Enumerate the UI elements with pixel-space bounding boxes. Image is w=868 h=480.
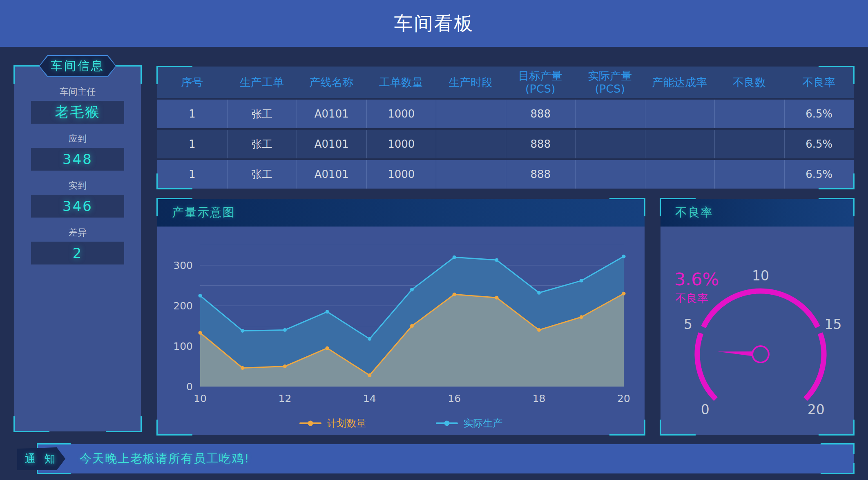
x-axis-label: 16: [448, 393, 461, 404]
chart-legend: 计划数量实际生产: [157, 417, 645, 430]
sidebar-item-value: 老毛猴: [55, 103, 100, 122]
table-cell: 1: [157, 130, 227, 158]
table-header-cell: 工单数量: [366, 76, 436, 89]
chart-marker: [368, 337, 371, 341]
corner-bracket: [13, 416, 49, 432]
sidebar-item-label: 车间主任: [14, 87, 141, 97]
table-cell: 888: [506, 160, 576, 189]
gauge-tick-label: 10: [752, 268, 769, 284]
table-row: 1张工A010110008886.5%: [157, 160, 854, 189]
table-cell: [645, 130, 715, 158]
table-header-cell: 产线名称: [297, 76, 366, 89]
table-cell: [436, 130, 506, 158]
chart-title: 产量示意图: [172, 204, 235, 221]
table-cell: 1: [157, 100, 227, 128]
chart-marker: [580, 279, 583, 282]
table-cell: A0101: [297, 130, 366, 158]
legend-label: 计划数量: [327, 417, 366, 430]
chart-marker: [537, 328, 541, 332]
production-table: 序号生产工单产线名称工单数量生产时段目标产量 (PCS)实际产量 (PCS)产能…: [157, 67, 854, 189]
workshop-info-badge-inner: 车间信息: [40, 56, 116, 76]
sidebar-item-value: 2: [73, 245, 83, 261]
chart-titlebar: 产量示意图: [157, 199, 645, 227]
legend-swatch: [299, 422, 321, 424]
table-header-cell: 序号: [157, 76, 227, 89]
production-table-panel: 序号生产工单产线名称工单数量生产时段目标产量 (PCS)实际产量 (PCS)产能…: [157, 67, 854, 189]
chart-marker: [326, 346, 329, 350]
chart-marker: [622, 255, 626, 258]
workshop-info-panel: 车间信息 车间主任老毛猴应到348实到346差异2: [14, 65, 141, 431]
chart-marker: [495, 296, 498, 300]
gauge-title: 不良率: [675, 204, 713, 221]
gauge-arc: [697, 333, 716, 399]
legend-label: 实际生产: [464, 417, 503, 430]
sidebar-item: 车间主任老毛猴: [14, 87, 141, 124]
table-cell: 1000: [366, 100, 436, 128]
gauge-body: 3.6% 不良率 05101520: [660, 227, 854, 435]
sidebar-item: 实到346: [14, 180, 141, 218]
table-cell: 888: [506, 130, 576, 158]
gauge-hub: [752, 346, 769, 362]
gauge-titlebar: 不良率: [660, 199, 854, 227]
table-cell: A0101: [297, 100, 366, 128]
table-header-row: 序号生产工单产线名称工单数量生产时段目标产量 (PCS)实际产量 (PCS)产能…: [157, 67, 854, 98]
corner-bracket: [821, 463, 855, 474]
output-line-chart: 1012141618200100200300: [157, 227, 645, 435]
workshop-dashboard: 车间看板 车间信息 车间主任老毛猴应到348实到346差异2 序号生产工单产线名…: [0, 0, 868, 480]
chart-marker: [453, 293, 456, 296]
chart-marker: [410, 288, 414, 291]
notice-bar: 通 知 今天晚上老板请所有员工吃鸡!: [38, 444, 854, 473]
legend-swatch: [436, 422, 458, 424]
sidebar-item-label: 差异: [14, 227, 141, 238]
legend-marker-dot: [444, 421, 449, 426]
sidebar-item: 应到348: [14, 133, 141, 171]
table-cell: 张工: [227, 160, 297, 189]
chart-marker: [410, 324, 414, 328]
table-cell: [714, 160, 784, 189]
sidebar-value-box: 老毛猴: [31, 101, 124, 124]
workshop-info-badge: 车间信息: [39, 55, 116, 77]
gauge-arc: [703, 291, 818, 327]
y-axis-label: 100: [173, 340, 193, 352]
sidebar-value-box: 346: [31, 195, 124, 218]
sidebar-value-box: 2: [31, 242, 124, 264]
sidebar-value-box: 348: [31, 148, 124, 171]
table-header-cell: 生产工单: [227, 76, 297, 89]
chart-marker: [368, 373, 371, 377]
table-cell: 张工: [227, 100, 297, 128]
chart-marker: [241, 329, 244, 333]
app-header: 车间看板: [0, 0, 868, 47]
table-cell: [645, 160, 715, 189]
x-axis-label: 12: [278, 393, 291, 404]
table-cell: [575, 160, 645, 189]
sidebar-item: 差异2: [14, 227, 141, 264]
sidebar-item-label: 应到: [14, 133, 141, 144]
sidebar-items: 车间主任老毛猴应到348实到346差异2: [14, 66, 141, 264]
sidebar-item-label: 实到: [14, 180, 141, 191]
y-axis-label: 300: [173, 260, 193, 271]
chart-marker: [283, 328, 287, 332]
output-chart-panel: 产量示意图 1012141618200100200300 计划数量实际生产: [157, 199, 645, 435]
table-cell: [714, 130, 784, 158]
chart-marker: [283, 364, 287, 368]
table-row: 1张工A010110008886.5%: [157, 130, 854, 158]
table-cell: 1000: [366, 130, 436, 158]
table-cell: 1: [157, 160, 227, 189]
chart-marker: [199, 331, 202, 335]
page-title: 车间看板: [394, 11, 474, 36]
table-cell: [436, 160, 506, 189]
table-cell: 6.5%: [784, 100, 854, 128]
corner-bracket: [106, 416, 142, 432]
notice-badge-label: 通 知: [25, 451, 58, 466]
x-axis-label: 20: [617, 393, 630, 404]
table-header-cell: 生产时段: [436, 76, 506, 89]
table-cell: 6.5%: [784, 130, 854, 158]
table-cell: [714, 100, 784, 128]
chart-marker: [199, 294, 202, 298]
legend-item: 计划数量: [299, 417, 366, 430]
sidebar-item-value: 346: [62, 198, 93, 214]
defect-rate-gauge: 05101520: [660, 227, 854, 435]
table-cell: 1000: [366, 160, 436, 189]
y-axis-label: 200: [173, 300, 193, 312]
notice-message: 今天晚上老板请所有员工吃鸡!: [80, 444, 250, 473]
